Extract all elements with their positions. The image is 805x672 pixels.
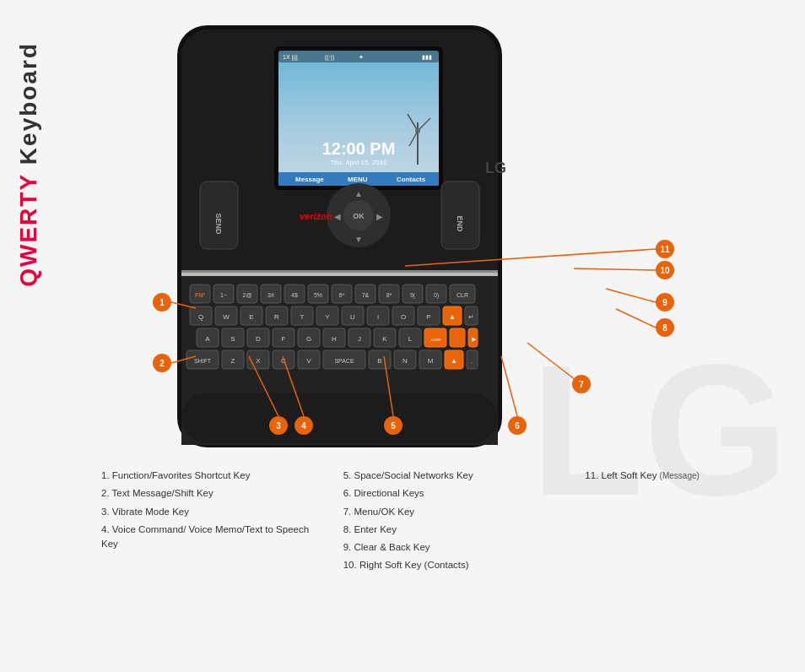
desc-item-10: 10. Right Soft Key (Contacts): [343, 558, 552, 572]
svg-rect-36: [181, 273, 498, 276]
svg-text:▼: ▼: [354, 235, 363, 244]
svg-text:Y: Y: [325, 313, 330, 321]
svg-point-157: [656, 293, 674, 312]
svg-text:P: P: [426, 313, 430, 321]
svg-text:J: J: [358, 335, 361, 343]
svg-text:Q: Q: [198, 313, 203, 321]
svg-text:END: END: [456, 215, 464, 232]
desc-text-10: Right Soft Key (Contacts): [359, 560, 469, 570]
desc-text-8: Enter Key: [354, 524, 397, 534]
svg-line-159: [606, 289, 656, 302]
svg-text:5%: 5%: [314, 292, 322, 298]
desc-item-3: 3. Vibrate Mode Key: [101, 505, 310, 519]
svg-text:SPACE: SPACE: [334, 358, 354, 364]
svg-text:1~: 1~: [220, 292, 227, 298]
svg-text:SHIFT: SHIFT: [194, 358, 212, 364]
svg-text:▲: ▲: [451, 357, 457, 365]
svg-text:.com: .com: [430, 337, 440, 342]
svg-text:I: I: [377, 313, 379, 321]
desc-text-11: Left Soft Key: [602, 470, 657, 480]
svg-text:F: F: [282, 335, 286, 343]
svg-text:9(: 9(: [410, 292, 416, 299]
svg-text:T: T: [300, 313, 305, 321]
svg-text:.: .: [471, 357, 473, 365]
desc-item-2: 2. Text Message/Shift Key: [101, 486, 310, 501]
svg-text:◀: ◀: [334, 212, 341, 221]
desc-num-5: 5.: [343, 470, 352, 480]
desc-text-2: Text Message/Shift Key: [112, 488, 213, 498]
svg-text:O: O: [401, 313, 406, 321]
description-area: 1. Function/Favorites Shortcut Key 2. Te…: [101, 469, 793, 577]
desc-column-3: 11. Left Soft Key (Message): [585, 469, 793, 577]
svg-text:6^: 6^: [338, 292, 345, 298]
desc-item-5: 5. Space/Social Networks Key: [343, 469, 552, 483]
phone-illustration: 1X |||| ((·)) ✦ ▮▮▮ 12:00 PM Thu, April …: [131, 21, 612, 452]
svg-text:▶: ▶: [376, 212, 383, 221]
svg-text:M: M: [428, 357, 434, 365]
svg-text:S: S: [230, 335, 235, 343]
svg-text:Thu, April 15, 2010: Thu, April 15, 2010: [330, 159, 387, 166]
svg-text:2@: 2@: [243, 292, 252, 298]
desc-text-1: Function/Favorites Shortcut Key: [112, 470, 251, 480]
svg-text:Z: Z: [231, 357, 235, 365]
svg-text:U: U: [350, 313, 355, 321]
svg-text:W: W: [223, 313, 230, 321]
desc-num-10: 10.: [343, 560, 357, 570]
svg-text:H: H: [332, 335, 337, 343]
desc-num-8: 8.: [343, 524, 352, 534]
svg-text:B: B: [377, 357, 381, 365]
svg-text:9: 9: [662, 298, 667, 307]
svg-text:E: E: [249, 313, 253, 321]
desc-item-9: 9. Clear & Back Key: [343, 540, 552, 555]
svg-text:8*: 8*: [386, 292, 392, 298]
svg-text:SEND: SEND: [214, 213, 223, 235]
svg-text:12:00 PM: 12:00 PM: [322, 139, 396, 158]
desc-num-3: 3.: [101, 507, 110, 517]
svg-point-160: [656, 261, 674, 279]
desc-item-4: 4. Voice Command/ Voice Memo/Text to Spe…: [101, 523, 310, 552]
svg-rect-108: [450, 328, 465, 347]
svg-text:Contacts: Contacts: [397, 176, 426, 183]
desc-num-1: 1.: [101, 470, 110, 480]
desc-item-1: 1. Function/Favorites Shortcut Key: [101, 469, 310, 483]
svg-text:11: 11: [660, 245, 670, 254]
svg-text:N: N: [402, 357, 408, 365]
svg-text:X: X: [256, 357, 261, 365]
svg-text:FN*: FN*: [195, 292, 205, 298]
svg-text:R: R: [274, 313, 279, 321]
desc-column-1: 1. Function/Favorites Shortcut Key 2. Te…: [101, 469, 310, 577]
desc-text-4: Voice Command/ Voice Memo/Text to Speech…: [101, 524, 309, 549]
svg-text:▮▮▮: ▮▮▮: [422, 54, 432, 60]
desc-num-2: 2.: [101, 488, 110, 498]
svg-point-15: [415, 128, 420, 133]
svg-text:1X ||||: 1X ||||: [283, 54, 298, 61]
desc-num-4: 4.: [101, 524, 110, 534]
svg-text:↵: ↵: [468, 313, 474, 321]
svg-text:D: D: [256, 335, 261, 343]
svg-text:A: A: [205, 335, 210, 343]
desc-sub-11: (Message): [660, 471, 700, 480]
svg-text:K: K: [382, 335, 387, 343]
desc-text-5: Space/Social Networks Key: [354, 470, 473, 480]
svg-text:Message: Message: [295, 176, 324, 183]
desc-item-6: 6. Directional Keys: [343, 486, 552, 501]
svg-text:C: C: [281, 357, 286, 365]
desc-num-11: 11.: [585, 470, 598, 480]
svg-text:✦: ✦: [359, 54, 364, 60]
svg-rect-39: [181, 393, 498, 443]
svg-point-163: [656, 240, 674, 258]
desc-text-6: Directional Keys: [354, 488, 424, 498]
svg-text:CLR: CLR: [457, 292, 468, 298]
svg-text:((·)): ((·)): [325, 54, 334, 61]
desc-item-11: 11. Left Soft Key (Message): [585, 469, 793, 483]
svg-text:MENU: MENU: [348, 176, 368, 183]
desc-text-7: Menu/OK Key: [354, 507, 414, 517]
svg-text:verizon: verizon: [300, 211, 332, 221]
svg-text:4$: 4$: [291, 292, 298, 298]
desc-num-7: 7.: [343, 507, 352, 517]
svg-text:▲: ▲: [354, 189, 363, 198]
svg-text:10: 10: [660, 266, 670, 275]
desc-num-6: 6.: [343, 488, 352, 498]
svg-text:G: G: [306, 335, 311, 343]
svg-line-156: [616, 309, 656, 328]
